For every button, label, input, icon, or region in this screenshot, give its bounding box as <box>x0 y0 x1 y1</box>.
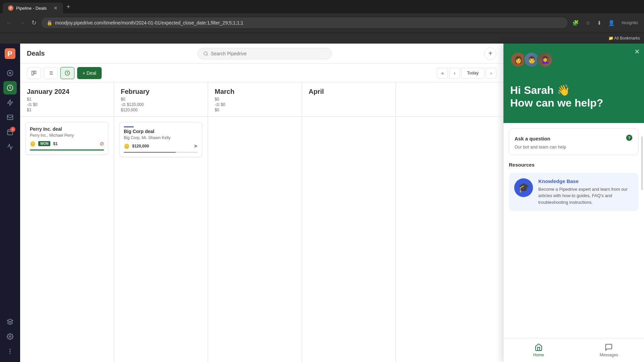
search-icon <box>203 51 208 56</box>
march-stat2: $0 <box>215 108 295 112</box>
month-march-stats: $0 -⚖ $0 $0 <box>215 97 295 112</box>
help-subtitle: How can we help? <box>510 97 603 109</box>
knowledge-base-icon: 🎓 <box>514 178 533 197</box>
timeline-body: Perry Inc. deal Perry Inc., Michael Perr… <box>20 117 503 362</box>
deal-footer-bigcorp: 🪙 $120,000 ➤ <box>124 143 198 149</box>
sidebar-item-more[interactable] <box>3 345 17 358</box>
address-bar[interactable]: 🔒 moodjoy.pipedrive.com/timeline/month/2… <box>41 17 568 28</box>
reload-button[interactable]: ↻ <box>30 17 39 28</box>
app-container: P 2 <box>0 44 644 362</box>
timeline-view-button[interactable] <box>60 67 74 79</box>
tab-favicon: P <box>8 5 13 11</box>
sidebar-item-calendar[interactable]: 2 <box>3 125 17 139</box>
deal-progress-bar-perry <box>30 149 104 150</box>
timeline-col-march: March $0 -⚖ $0 $0 <box>208 82 302 116</box>
ask-question-desc: Our bot and team can help <box>515 144 633 149</box>
won-badge-perry: WON <box>38 141 50 146</box>
help-header: ✕ 👩 👨 👩‍🦱 Hi Sarah 👋 How can we help? <box>503 44 644 123</box>
february-stat-amount: $0 <box>121 97 201 102</box>
deal-action-bigcorp[interactable]: ➤ <box>194 143 198 149</box>
kanban-view-button[interactable] <box>27 67 41 79</box>
knowledge-base-card[interactable]: 🎓 Knowledge Base Become a Pipedrive expe… <box>509 173 639 211</box>
february-stat1: -⚖ $120,000 <box>121 102 201 107</box>
sidebar-item-reports[interactable] <box>3 140 17 154</box>
tab-close-button[interactable]: ✕ <box>54 5 58 11</box>
back-button[interactable]: ← <box>4 17 14 28</box>
top-bar: Deals + <box>20 44 503 64</box>
toolbar: + Deal « ‹ Today › <box>20 64 503 82</box>
all-bookmarks-label[interactable]: 📁 All Bookmarks <box>608 36 640 41</box>
ask-question-card[interactable]: Ask a question ? Our bot and team can he… <box>509 128 639 155</box>
avatar-3: 👩‍🦱 <box>537 52 553 68</box>
january-stat-amount: $1 <box>27 97 107 102</box>
knowledge-base-title: Knowledge Base <box>538 178 633 184</box>
sidebar-item-deals[interactable] <box>3 81 17 95</box>
svg-point-12 <box>10 349 10 350</box>
month-march: March <box>215 88 295 96</box>
browser-tab-bar: P Pipeline - Deals ✕ + <box>0 0 644 13</box>
prev-page-button[interactable]: ‹ <box>449 68 460 78</box>
add-deal-button[interactable]: + Deal <box>77 67 102 79</box>
knowledge-base-content: Knowledge Base Become a Pipedrive expert… <box>538 178 633 206</box>
list-view-button[interactable] <box>44 67 58 79</box>
help-close-button[interactable]: ✕ <box>634 48 640 56</box>
search-bar[interactable] <box>198 48 332 59</box>
add-button[interactable]: + <box>484 48 496 60</box>
deal-card-perry[interactable]: Perry Inc. deal Perry Inc., Michael Perr… <box>25 122 108 155</box>
browser-chrome: P Pipeline - Deals ✕ + ← → ↻ 🔒 moodjoy.p… <box>0 0 644 44</box>
sidebar-bottom <box>3 315 17 358</box>
search-input[interactable] <box>211 51 326 56</box>
january-stat2: $1 <box>27 108 107 112</box>
timeline-lane-march <box>208 117 302 362</box>
extensions-button[interactable]: 🧩 <box>570 18 581 28</box>
browser-nav-bar: ← → ↻ 🔒 moodjoy.pipedrive.com/timeline/m… <box>0 13 644 32</box>
today-button[interactable]: Today <box>461 68 484 78</box>
new-tab-button[interactable]: + <box>64 2 73 12</box>
month-april: April <box>309 88 389 96</box>
next-page-button[interactable]: › <box>486 68 496 78</box>
coin-icon-perry: 🪙 <box>30 141 36 146</box>
svg-rect-6 <box>7 115 13 119</box>
app-logo: P <box>4 48 16 60</box>
svg-point-3 <box>9 72 11 74</box>
forward-button[interactable]: → <box>17 17 27 28</box>
month-february: February <box>121 88 201 96</box>
deal-progress-bar-bigcorp <box>124 152 176 153</box>
timeline-col-extra <box>396 82 503 116</box>
deal-card-bigcorp[interactable]: Big Corp deal Big Corp, Mr. Shawn Kelly … <box>119 122 202 157</box>
sidebar-item-activity[interactable] <box>3 66 17 80</box>
month-february-stats: $0 -⚖ $120,000 $120,000 <box>121 97 201 112</box>
help-footer-home-tab[interactable]: Home <box>503 338 574 362</box>
bookmark-button[interactable]: ☆ <box>584 18 592 28</box>
home-tab-label: Home <box>533 353 544 357</box>
timeline-lane-april <box>302 117 396 362</box>
profile-button[interactable]: 👤 <box>606 18 617 28</box>
deal-company-perry: Perry Inc., Michael Perry <box>30 133 104 138</box>
timeline-lane-extra <box>396 117 503 362</box>
sidebar-item-settings[interactable] <box>3 330 17 343</box>
ask-question-header: Ask a question ? <box>515 134 633 143</box>
incognito-label: Incognito <box>620 18 640 27</box>
march-stat1: -⚖ $0 <box>215 102 295 107</box>
help-panel: ✕ 👩 👨 👩‍🦱 Hi Sarah 👋 How can we help? As… <box>503 44 644 362</box>
svg-point-15 <box>204 52 207 55</box>
timeline-col-february: February $0 -⚖ $120,000 $120,000 <box>114 82 208 116</box>
nav-controls: « ‹ Today › <box>437 68 496 78</box>
sidebar-item-apps[interactable] <box>3 315 17 328</box>
first-page-button[interactable]: « <box>437 68 448 78</box>
help-footer-messages-tab[interactable]: Messages <box>574 338 644 362</box>
sidebar-item-mail[interactable] <box>3 111 17 124</box>
svg-text:?: ? <box>628 135 631 140</box>
coin-icon-bigcorp: 🪙 <box>124 143 129 149</box>
download-button[interactable]: ⬇ <box>595 18 603 28</box>
svg-point-2 <box>7 70 13 76</box>
home-icon <box>535 343 543 351</box>
wave-emoji: 👋 <box>557 84 570 97</box>
svg-text:P: P <box>7 50 12 58</box>
active-tab[interactable]: P Pipeline - Deals ✕ <box>3 3 63 13</box>
timeline-col-january: January 2024 $1 -⚖ $0 $1 <box>20 82 114 116</box>
tab-label: Pipeline - Deals <box>16 6 47 11</box>
scrollbar-thumb <box>641 136 643 190</box>
browser-action-buttons: 🧩 ☆ ⬇ 👤 Incognito <box>570 18 640 28</box>
sidebar-item-leads[interactable] <box>3 96 17 109</box>
